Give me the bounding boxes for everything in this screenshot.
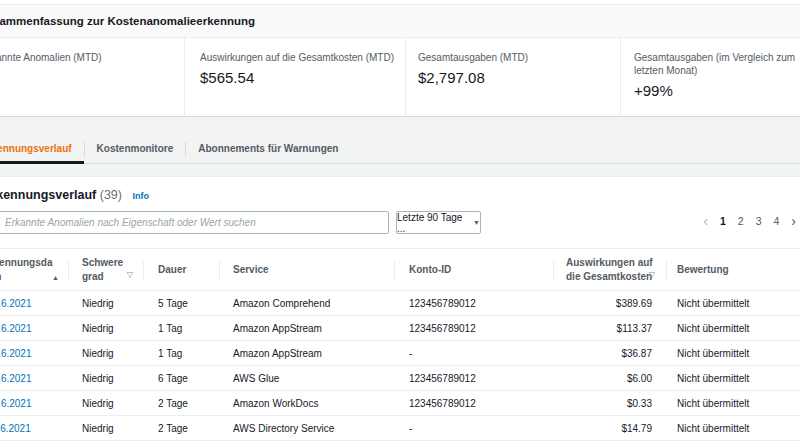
page-numbers: 1234 [720,215,779,227]
duration-cell: 2 Tage [144,398,220,409]
service-cell: Amazon AppStream [220,348,395,359]
kpi-label: Gesamtausgaben (im Vergleich zum letzten… [634,51,800,77]
kpi-total-spend-mtd: Gesamtausgaben (MTD) $2,797.08 [405,38,620,116]
previous-page-button[interactable]: ‹ [703,216,708,226]
page-number-2[interactable]: 2 [738,215,744,227]
table-toolbar: Letzte 90 Tage ... ▼ ‹ 1234 › [0,211,800,234]
duration-cell: 5 Tage [144,298,220,309]
duration-cell: 1 Tag [144,348,220,359]
detection-date-link[interactable]: 11.6.2021 [0,423,31,434]
cost-impact-cell: $6.00 [554,373,667,384]
sortable-icon: ▽ [649,270,655,281]
table-header-row: Erkennungsdatum ▲ Schweregrad ▽ Dauer Se… [0,248,800,291]
next-page-button[interactable]: › [791,216,796,226]
review-cell: Nicht übermittelt [667,373,800,384]
detection-date-cell: 14.6.2021 [0,298,69,309]
detection-date-cell: 11.6.2021 [0,423,69,434]
severity-cell: Niedrig [69,398,144,409]
table-row: 13.6.2021 Niedrig 6 Tage AWS Glue 123456… [0,366,800,391]
tab-alert-subscriptions[interactable]: Abonnements für Warnungen [186,134,350,163]
detection-date-link[interactable]: 13.6.2021 [0,373,32,384]
review-cell: Nicht übermittelt [667,298,800,309]
severity-cell: Niedrig [69,373,144,384]
sortable-icon: ▽ [127,270,133,281]
service-cell: AWS Directory Service [220,423,395,434]
kpi-spend-vs-last-month: Gesamtausgaben (im Vergleich zum letzten… [620,38,800,116]
kpi-value: $565.54 [200,69,405,86]
search-input[interactable] [0,211,389,234]
column-header-duration: Dauer [144,249,220,290]
section-count: (39) [100,188,122,202]
duration-cell: 2 Tage [144,423,220,434]
table-row: 14.6.2021 Niedrig 5 Tage Amazon Comprehe… [0,291,800,316]
summary-card-title: Zusammenfassung zur Kostenanomalieerkenn… [0,4,800,38]
table-row: 12.6.2021 Niedrig 2 Tage Amazon WorkDocs… [0,391,800,416]
account-id-cell: 123456789012 [395,298,554,309]
account-id-cell: 123456789012 [395,373,554,384]
detection-date-cell: 13.6.2021 [0,348,69,359]
kpi-label: Gesamtausgaben (MTD) [418,51,620,64]
table-row: 11.6.2021 Niedrig 2 Tage AWS Directory S… [0,416,800,441]
app-viewport: Zusammenfassung zur Kostenanomalieerkenn… [0,0,800,445]
cost-impact-cell: $113.37 [554,323,667,334]
section-title: Erkennungsverlauf [0,188,96,202]
kpi-value: +99% [634,82,800,99]
detection-history-card: Erkennungsverlauf (39) Info Letzte 90 Ta… [0,176,800,445]
tab-detection-history[interactable]: Erkennungsverlauf [0,134,84,163]
section-header: Erkennungsverlauf (39) Info [0,177,800,202]
column-header-severity[interactable]: Schweregrad ▽ [69,249,144,290]
column-header-service: Service [220,249,395,290]
column-header-account-id: Konto-ID [395,249,554,290]
service-cell: Amazon WorkDocs [220,398,395,409]
review-cell: Nicht übermittelt [667,398,800,409]
duration-cell: 6 Tage [144,373,220,384]
page: Zusammenfassung zur Kostenanomalieerkenn… [0,0,800,445]
sort-ascending-icon: ▲ [52,273,59,282]
cost-impact-cell: $14.79 [554,423,667,434]
date-range-dropdown[interactable]: Letzte 90 Tage ... ▼ [396,211,481,234]
detection-date-link[interactable]: 14.6.2021 [0,323,32,334]
summary-kpis: Erkannte Anomalien (MTD) Auswirkungen au… [0,38,800,117]
pagination: ‹ 1234 › [703,215,796,227]
detection-date-cell: 12.6.2021 [0,398,69,409]
duration-cell: 1 Tag [144,323,220,334]
page-number-1[interactable]: 1 [720,215,726,227]
cost-impact-cell: $0.33 [554,398,667,409]
summary-card: Zusammenfassung zur Kostenanomalieerkenn… [0,4,800,117]
kpi-label: Auswirkungen auf die Gesamtkosten (MTD) [200,51,405,64]
cost-impact-cell: $389.69 [554,298,667,309]
column-header-detection-date[interactable]: Erkennungsdatum ▲ [0,249,69,290]
detection-date-link[interactable]: 14.6.2021 [0,298,32,309]
date-range-label: Letzte 90 Tage ... [397,212,468,234]
review-cell: Nicht übermittelt [667,348,800,359]
tab-bar: Erkennungsverlauf Kostenmonitore Abonnem… [0,134,800,164]
kpi-value: $2,797.08 [418,69,620,86]
service-cell: Amazon Comprehend [220,298,395,309]
kpi-detected-anomalies: Erkannte Anomalien (MTD) [0,38,184,116]
account-id-cell: 123456789012 [395,323,554,334]
severity-cell: Niedrig [69,298,144,309]
service-cell: Amazon AppStream [220,323,395,334]
detection-date-cell: 14.6.2021 [0,323,69,334]
review-cell: Nicht übermittelt [667,423,800,434]
account-id-cell: - [395,348,554,359]
kpi-label: Erkannte Anomalien (MTD) [0,51,184,64]
detection-date-cell: 13.6.2021 [0,373,69,384]
column-header-total-cost-impact[interactable]: Auswirkungen auf die Gesamtkosten ▽ [554,249,667,290]
account-id-cell: - [395,423,554,434]
severity-cell: Niedrig [69,348,144,359]
table-body: 14.6.2021 Niedrig 5 Tage Amazon Comprehe… [0,291,800,441]
cost-impact-cell: $36.87 [554,348,667,359]
account-id-cell: 123456789012 [395,398,554,409]
tab-cost-monitors[interactable]: Kostenmonitore [85,134,186,163]
page-number-4[interactable]: 4 [773,215,779,227]
info-link[interactable]: Info [132,191,149,201]
detection-date-link[interactable]: 12.6.2021 [0,398,32,409]
severity-cell: Niedrig [69,323,144,334]
service-cell: AWS Glue [220,373,395,384]
tabs-zone: Erkennungsverlauf Kostenmonitore Abonnem… [0,117,800,176]
review-cell: Nicht übermittelt [667,323,800,334]
detection-date-link[interactable]: 13.6.2021 [0,348,32,359]
page-number-3[interactable]: 3 [756,215,762,227]
kpi-total-cost-impact: Auswirkungen auf die Gesamtkosten (MTD) … [184,38,405,116]
